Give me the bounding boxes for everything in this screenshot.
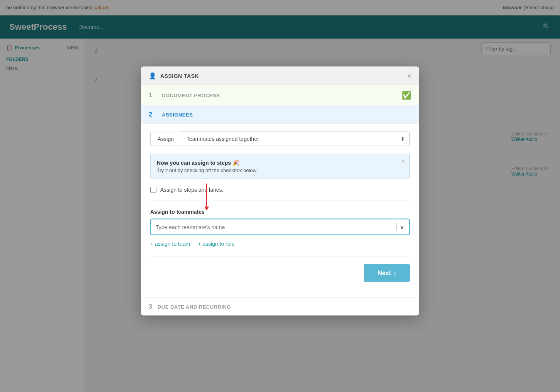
step-1-row: 1 DOCUMENT PROCESS ✅ — [141, 85, 419, 106]
teammates-input-wrapper: ∨ — [150, 219, 410, 235]
step-1-check-icon: ✅ — [402, 91, 411, 100]
teammates-dropdown-button[interactable]: ∨ — [396, 223, 404, 231]
assign-to-role-link[interactable]: + assign to role — [198, 241, 234, 247]
step-2-number: 2 — [149, 111, 156, 118]
step-2-row: 2 ASSIGNEES — [141, 106, 419, 124]
step-1-number: 1 — [149, 92, 156, 99]
arrow-annotation — [204, 184, 209, 218]
info-box-title: Now you can assign to steps 🎉 — [157, 160, 403, 166]
step-1-label: DOCUMENT PROCESS — [162, 92, 220, 98]
modal-close-button[interactable]: × — [407, 72, 411, 79]
teammates-input[interactable] — [156, 224, 396, 230]
checkbox-label: Assign to steps and lanes. — [160, 187, 223, 193]
assign-button[interactable]: Assign — [150, 132, 181, 146]
assign-task-modal: 👤 ASSIGN TASK × 1 DOCUMENT PROCESS ✅ 2 A… — [141, 67, 419, 316]
arrow-line — [206, 184, 207, 207]
modal-body: Assign Teammates assigned togetherTeamma… — [141, 124, 419, 297]
modal-header: 👤 ASSIGN TASK × — [141, 67, 419, 85]
arrow-head — [204, 207, 209, 211]
assign-type-select-wrapper: Teammates assigned togetherTeammates ass… — [181, 132, 410, 146]
info-box: Now you can assign to steps 🎉 Try it out… — [150, 154, 410, 179]
assign-row: Assign Teammates assigned togetherTeamma… — [150, 132, 410, 146]
next-row: Next › — [150, 264, 410, 282]
step-2-label: ASSIGNEES — [162, 112, 193, 117]
modal-title: ASSIGN TASK — [160, 73, 199, 79]
assign-links: + assign to team + assign to role — [150, 241, 410, 247]
assign-to-team-link[interactable]: + assign to team — [150, 241, 190, 247]
checkbox-section: Assign to steps and lanes. — [150, 187, 410, 201]
info-box-text: Try it out by checking off the checkbox … — [157, 167, 403, 173]
info-box-close-button[interactable]: × — [401, 158, 405, 165]
chevron-down-icon: ∨ — [400, 224, 404, 230]
checkbox-row: Assign to steps and lanes. — [150, 187, 410, 201]
step-3-row: 3 DUE DATE AND RECURRING — [141, 297, 419, 316]
next-chevron-icon: › — [394, 270, 396, 276]
assign-teammates-label: Assign to teammates — [150, 209, 410, 215]
assign-to-steps-checkbox[interactable] — [150, 187, 156, 193]
next-button[interactable]: Next › — [364, 264, 410, 282]
step-3-label: DUE DATE AND RECURRING — [158, 304, 231, 309]
divider — [150, 256, 410, 257]
next-button-label: Next — [378, 270, 391, 277]
user-icon: 👤 — [149, 72, 156, 79]
step-3-number: 3 — [149, 303, 152, 310]
assign-type-select[interactable]: Teammates assigned togetherTeammates ass… — [181, 132, 410, 146]
